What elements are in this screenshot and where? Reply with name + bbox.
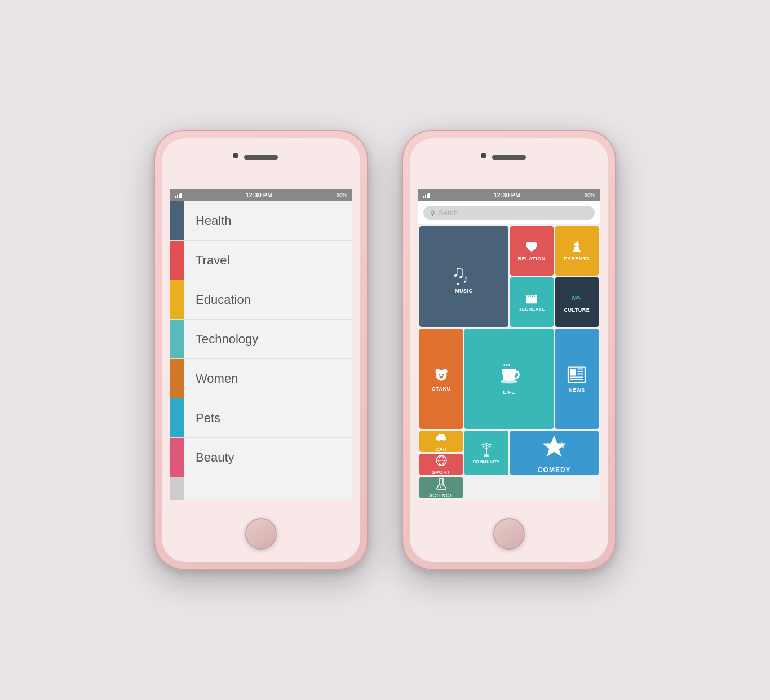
status-bar-right: 12:30 PM 60% [418, 189, 600, 201]
recreate-label: RECREATE [518, 307, 545, 312]
tower-icon [479, 442, 494, 458]
menu-bottom-space [170, 477, 352, 500]
tile-life[interactable]: LIFE [464, 329, 554, 429]
star-icon [539, 432, 569, 463]
speaker-left [244, 155, 278, 160]
parents-label: PARENTS [564, 256, 590, 262]
tile-comedy[interactable]: COMEDY [510, 431, 599, 475]
tile-car[interactable]: CAR [419, 431, 463, 452]
tile-otaku[interactable]: OTAKU [419, 329, 463, 429]
bear-icon [432, 366, 450, 384]
color-bar-beauty [170, 438, 184, 477]
search-placeholder: Serch [439, 209, 458, 217]
car-label: CAR [435, 446, 447, 452]
svg-point-17 [442, 374, 444, 375]
menu-item-pets[interactable]: Pets [170, 398, 352, 438]
basketball-icon [435, 454, 448, 467]
menu-item-travel[interactable]: Travel [170, 241, 352, 280]
menu-item-women[interactable]: Women [170, 359, 352, 398]
tile-grid: ♫ ♪ ♩ MUSIC RELATION [418, 224, 600, 500]
sport-label: SPORT [432, 469, 451, 475]
menu-label-beauty: Beauty [184, 438, 352, 477]
tile-parents[interactable]: PARENTS [555, 226, 599, 276]
menu-content: Health Travel Education Technolo [170, 201, 352, 500]
svg-point-18 [439, 376, 442, 378]
signal-right [423, 192, 430, 198]
svg-line-4 [577, 241, 578, 242]
phones-container: 12:30 PM 60% Health Travel [131, 96, 639, 604]
tile-science[interactable]: SCIENCE [419, 477, 463, 498]
music-label: MUSIC [455, 288, 473, 294]
screen-left: 12:30 PM 60% Health Travel [170, 189, 352, 500]
svg-point-15 [442, 369, 448, 374]
community-label: COMMUNITY [473, 460, 500, 464]
phone-right: 12:30 PM 60% ⚲ Serch ♫ ♪ [402, 130, 616, 570]
menu-label-pets: Pets [184, 398, 352, 437]
tile-relation[interactable]: RELATION [510, 226, 554, 276]
color-bar-travel [170, 241, 184, 280]
menu-item-health[interactable]: Health [170, 201, 352, 241]
color-bar-health [170, 201, 184, 240]
menu-label-women: Women [184, 359, 352, 398]
menu-label-travel: Travel [184, 241, 352, 280]
color-bar-women [170, 359, 184, 398]
tile-recreate[interactable]: RECREATE [510, 277, 554, 327]
time-left: 12:30 PM [246, 192, 273, 198]
home-button-left[interactable] [245, 518, 277, 550]
tile-community[interactable]: COMMUNITY [464, 431, 508, 475]
car-icon [435, 431, 448, 444]
svg-rect-21 [570, 369, 576, 375]
menu-label-health: Health [184, 201, 352, 240]
menu-list: Health Travel Education Technolo [170, 201, 352, 500]
menu-item-technology[interactable]: Technology [170, 320, 352, 359]
news-label: NEWS [569, 387, 585, 393]
search-bar: ⚲ Serch [418, 201, 600, 224]
svg-text:♩: ♩ [455, 276, 460, 286]
svg-point-29 [438, 440, 439, 441]
culture-label: CULTURE [564, 307, 590, 313]
svg-text:♪: ♪ [462, 272, 468, 286]
svg-point-30 [444, 440, 445, 441]
tile-news[interactable]: NEWS [555, 329, 599, 429]
signal-bars-right [423, 192, 430, 198]
screen-right: 12:30 PM 60% ⚲ Serch ♫ ♪ [418, 189, 600, 500]
svg-point-16 [439, 374, 440, 375]
clapboard-icon [525, 292, 538, 304]
search-input-wrap[interactable]: ⚲ Serch [423, 206, 595, 220]
heart-icon [525, 240, 538, 254]
svg-point-37 [440, 486, 441, 488]
tile-music[interactable]: ♫ ♪ ♩ MUSIC [419, 226, 508, 327]
flask-icon [435, 477, 448, 490]
svg-point-14 [435, 369, 440, 374]
color-bar-technology [170, 320, 184, 358]
tile-culture[interactable]: A BC CULTURE [555, 277, 599, 327]
life-label: LIFE [503, 389, 515, 395]
tile-sport[interactable]: SPORT [419, 454, 463, 475]
battery-right: 60% [585, 192, 595, 198]
camera-left [233, 153, 238, 158]
color-bar-pets [170, 398, 184, 437]
camera-right [481, 153, 486, 158]
svg-point-3 [574, 242, 579, 247]
svg-text:BC: BC [575, 295, 582, 300]
signal-bars-left [175, 192, 182, 198]
search-icon: ⚲ [430, 209, 435, 217]
color-bar-education [170, 280, 184, 319]
signal-left [175, 192, 182, 198]
menu-item-beauty[interactable]: Beauty [170, 438, 352, 477]
time-right: 12:30 PM [494, 192, 521, 198]
menu-label-education: Education [184, 280, 352, 319]
newspaper-icon [567, 365, 587, 385]
otaku-label: OTAKU [432, 386, 451, 392]
speaker-right [492, 155, 526, 160]
relation-label: RELATION [517, 256, 545, 262]
horse-icon [570, 240, 583, 254]
home-button-right[interactable] [493, 518, 525, 550]
battery-left: 60% [337, 192, 347, 198]
svg-point-38 [442, 485, 444, 486]
status-bar-left: 12:30 PM 60% [170, 189, 352, 201]
svg-point-19 [501, 380, 518, 384]
menu-label-technology: Technology [184, 320, 352, 358]
menu-item-education[interactable]: Education [170, 280, 352, 320]
abc-icon: A BC [570, 291, 583, 305]
